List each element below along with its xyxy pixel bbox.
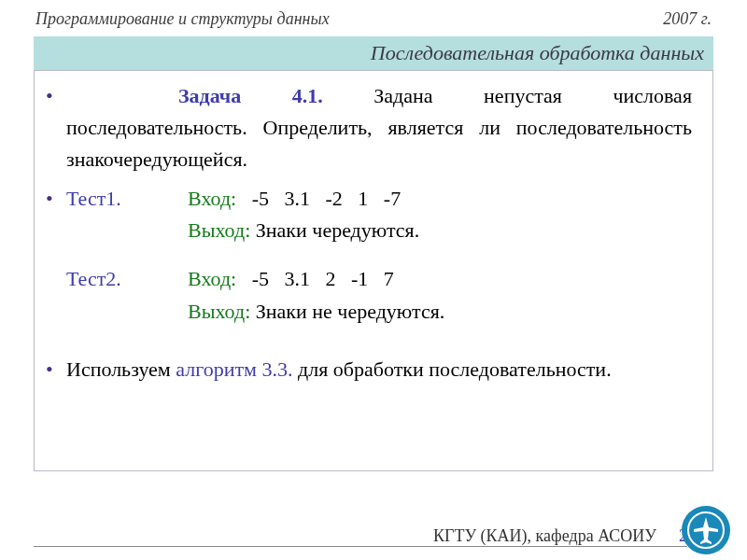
algo-label: алгоритм 3.3. [176, 357, 292, 381]
footer-org: КГТУ (КАИ), кафедра АСОИУ [433, 526, 656, 546]
header-left: Программирование и структуры данных [35, 9, 330, 29]
test-2-out-label: Выход: [188, 300, 250, 323]
test-2-out-text: Знаки не чередуются. [256, 300, 444, 323]
task-text: Задана непустая числовая последовательно… [66, 84, 692, 171]
test-1-output-row: Выход: Знаки чередуются. [66, 215, 692, 246]
task-label: Задача 4.1. [178, 84, 323, 107]
slide: Программирование и структуры данных 2007… [0, 0, 747, 560]
test-2-output-row: Выход: Знаки не чередуются. [66, 296, 692, 328]
footer-divider [34, 546, 687, 547]
test-2: Тест2. Вход: -5 3.1 2 -1 7 Выход: Знаки … [66, 263, 692, 327]
test-1-input-row: Тест1. Вход: -5 3.1 -2 1 -7 [66, 183, 692, 215]
header-right: 2007 г. [663, 9, 712, 29]
test-2-input-row: Тест2. Вход: -5 3.1 2 -1 7 [66, 263, 692, 295]
test-1: Тест1. Вход: -5 3.1 -2 1 -7 Выход: Знаки… [66, 183, 692, 246]
test-1-in-label: Вход: [188, 187, 236, 210]
test-1-in-values: -5 3.1 -2 1 -7 [242, 187, 401, 210]
test-1-name: Тест1. [66, 183, 188, 215]
test-1-out-label: Выход: [188, 218, 250, 242]
slide-body: Задача 4.1. Задана непустая числовая пос… [34, 70, 713, 471]
test-1-out-text: Знаки чередуются. [256, 218, 419, 242]
airplane-icon [682, 506, 730, 554]
algo-paragraph: Используем алгоритм 3.3. для обработки п… [66, 354, 692, 385]
test-2-in-values: -5 3.1 2 -1 7 [242, 267, 394, 290]
test-2-in-label: Вход: [188, 267, 236, 290]
test-2-name: Тест2. [66, 263, 188, 295]
task-paragraph: Задача 4.1. Задана непустая числовая пос… [66, 80, 692, 175]
slide-title: Последовательная обработка данных [34, 36, 713, 70]
algo-prefix: Используем [66, 357, 171, 381]
slide-header: Программирование и структуры данных 2007… [34, 9, 713, 33]
slide-footer: КГТУ (КАИ), кафедра АСОИУ 2 [0, 525, 747, 547]
algo-suffix: для обработки последовательности. [298, 357, 612, 381]
